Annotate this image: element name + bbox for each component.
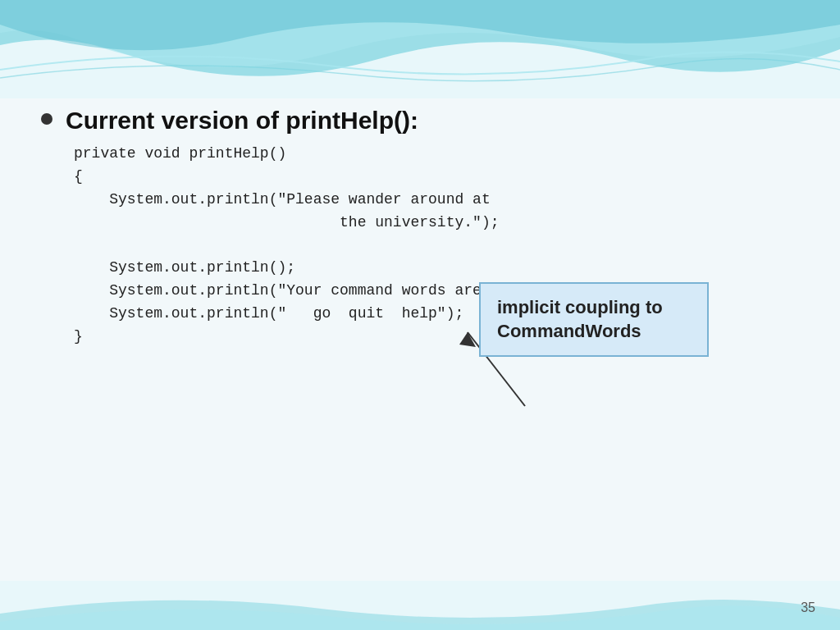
slide: Current version of printHelp(): private … — [0, 0, 840, 630]
callout-box: implicit coupling to CommandWords — [479, 282, 709, 357]
bullet-section: Current version of printHelp(): — [41, 107, 799, 135]
code-line-3: System.out.println("Please wander around… — [74, 189, 799, 212]
page-number: 35 — [801, 600, 815, 615]
callout-line2: CommandWords — [497, 321, 641, 341]
code-line-4: the university."); — [74, 212, 799, 235]
wave-header — [0, 0, 840, 98]
bullet-dot — [41, 113, 52, 125]
code-line-6: System.out.println(); — [74, 257, 799, 280]
code-line-2: { — [74, 166, 799, 189]
wave-footer — [0, 581, 840, 630]
bullet-title: Current version of printHelp(): — [66, 107, 418, 135]
code-line-5 — [74, 235, 799, 258]
code-line-1: private void printHelp() — [74, 143, 799, 166]
callout-line1: implicit coupling to — [497, 297, 663, 317]
main-content: Current version of printHelp(): private … — [41, 107, 799, 581]
